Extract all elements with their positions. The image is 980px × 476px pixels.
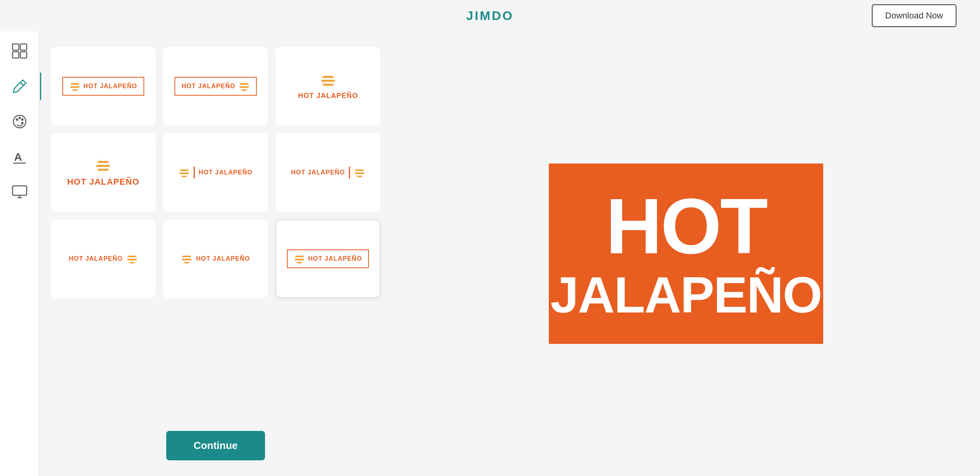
logo-variant-6: HOT JALAPEÑO [291, 167, 365, 178]
sidebar-item-design[interactable] [12, 78, 27, 94]
preview-line1: HOT [606, 187, 766, 265]
left-panel: HOT JALAPEÑO HOT JALAPEÑO [39, 31, 392, 476]
logo-card-6[interactable]: HOT JALAPEÑO [276, 133, 380, 212]
logo-card-8[interactable]: HOT JALAPEÑO [163, 220, 268, 298]
logo-variant-1: HOT JALAPEÑO [62, 77, 144, 96]
continue-area: Continue [39, 415, 392, 476]
logo-variant-3: HOT JALAPEÑO [298, 73, 358, 100]
logo-card-1[interactable]: HOT JALAPEÑO [51, 47, 156, 125]
svg-line-4 [20, 82, 24, 85]
divider-6 [349, 167, 350, 178]
divider-5 [194, 167, 195, 178]
brand-text-2: HOT JALAPEÑO [181, 83, 235, 90]
svg-rect-1 [20, 44, 27, 50]
pen-icon [12, 78, 27, 94]
palette-icon [12, 114, 27, 129]
sidebar: A [0, 31, 39, 476]
brand-text-9: HOT JALAPEÑO [308, 255, 362, 262]
sidebar-item-colors[interactable] [12, 114, 27, 129]
logo-card-5[interactable]: HOT JALAPEÑO [163, 133, 268, 212]
svg-point-7 [18, 117, 21, 119]
stripe-icon-5 [179, 167, 190, 178]
preview-line2: JALAPEÑO [550, 269, 822, 320]
logo-card-9[interactable]: HOT JALAPEÑO [276, 220, 380, 298]
text-icon: A [12, 149, 27, 165]
logo-variant-4: HOT JALAPEÑO [67, 158, 139, 187]
stripe-icon [69, 81, 80, 92]
brand-text-3: HOT JALAPEÑO [298, 92, 358, 100]
logo-grid-area: HOT JALAPEÑO HOT JALAPEÑO [39, 31, 392, 415]
svg-point-9 [21, 122, 24, 124]
preview-area: HOT JALAPEÑO [392, 31, 980, 476]
logo-grid: HOT JALAPEÑO HOT JALAPEÑO [51, 47, 380, 298]
download-button[interactable]: Download Now [872, 4, 956, 27]
grid-icon [12, 43, 27, 59]
brand-text-7: HOT JALAPEÑO [69, 255, 123, 262]
logo-variant-5: HOT JALAPEÑO [179, 167, 252, 178]
svg-rect-2 [13, 52, 19, 58]
svg-text:A: A [14, 151, 22, 163]
content-area: HOT JALAPEÑO HOT JALAPEÑO [39, 31, 980, 476]
stripe-icon-7 [127, 253, 138, 264]
logo-card-4[interactable]: HOT JALAPEÑO [51, 133, 156, 212]
stripe-icon-9 [294, 253, 305, 264]
sidebar-item-layouts[interactable] [12, 43, 27, 59]
stripe-icon-6 [354, 167, 365, 178]
stripe-icon-8 [181, 253, 192, 264]
brand-text-4: HOT JALAPEÑO [67, 177, 139, 187]
logo: JIMDO [466, 9, 514, 23]
sidebar-item-preview[interactable] [12, 184, 27, 200]
main-layout: A [0, 31, 980, 476]
logo-card-3[interactable]: HOT JALAPEÑO [276, 47, 380, 125]
continue-button[interactable]: Continue [166, 431, 265, 460]
svg-point-8 [21, 118, 24, 121]
preview-logo: HOT JALAPEÑO [549, 164, 823, 344]
logo-variant-9: HOT JALAPEÑO [287, 249, 369, 268]
logo-card-7[interactable]: HOT JALAPEÑO [51, 220, 156, 298]
brand-text-8: HOT JALAPEÑO [196, 255, 250, 262]
brand-text-6: HOT JALAPEÑO [291, 169, 345, 176]
stripe-icon-3 [320, 73, 336, 89]
logo-card-2[interactable]: HOT JALAPEÑO [163, 47, 268, 125]
sidebar-item-text[interactable]: A [12, 149, 27, 165]
svg-point-6 [16, 118, 18, 121]
stripe-icon-2 [239, 81, 250, 92]
svg-rect-3 [20, 52, 27, 58]
svg-rect-12 [13, 186, 27, 195]
logo-variant-8: HOT JALAPEÑO [181, 253, 250, 264]
logo-variant-7: HOT JALAPEÑO [69, 253, 138, 264]
brand-text-1: HOT JALAPEÑO [83, 83, 137, 90]
stripe-icon-4 [95, 158, 111, 174]
logo-variant-2: HOT JALAPEÑO [174, 77, 256, 96]
brand-text-5: HOT JALAPEÑO [199, 169, 252, 176]
svg-rect-0 [13, 44, 19, 50]
monitor-icon [12, 184, 27, 200]
header: JIMDO Download Now [0, 0, 980, 31]
